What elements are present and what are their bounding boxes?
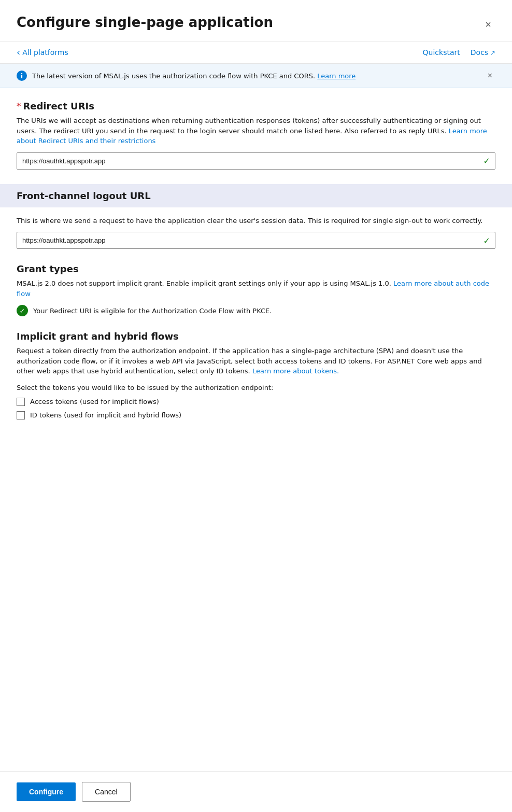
quickstart-link[interactable]: Quickstart: [423, 48, 460, 57]
front-channel-input[interactable]: [17, 232, 495, 249]
panel-header: Configure single-page application ×: [0, 0, 512, 41]
banner-content: i The latest version of MSAL.js uses the…: [17, 71, 485, 81]
panel-title: Configure single-page application: [17, 15, 273, 31]
nav-links: Quickstart Docs: [423, 48, 495, 57]
redirect-uris-section: * Redirect URIs The URIs we will accept …: [17, 101, 495, 170]
implicit-grant-desc: Request a token directly from the author…: [17, 346, 495, 376]
access-tokens-row: Access tokens (used for implicit flows): [17, 398, 495, 406]
info-banner: i The latest version of MSAL.js uses the…: [0, 64, 512, 88]
banner-text: The latest version of MSAL.js uses the a…: [32, 72, 355, 80]
front-channel-title: Front-channel logout URL: [17, 190, 151, 201]
redirect-uris-title: * Redirect URIs: [17, 101, 495, 111]
pkce-status-text: Your Redirect URI is eligible for the Au…: [33, 307, 272, 315]
front-channel-desc: This is where we send a request to have …: [17, 216, 495, 226]
redirect-uris-desc: The URIs we will accept as destinations …: [17, 116, 495, 146]
redirect-uri-input-wrapper: ✓: [17, 152, 495, 170]
grant-types-title: Grant types: [17, 263, 495, 274]
main-content: * Redirect URIs The URIs we will accept …: [0, 88, 512, 771]
access-tokens-checkbox[interactable]: [17, 398, 25, 406]
configure-panel: Configure single-page application × All …: [0, 0, 512, 812]
pkce-check-icon: ✓: [17, 305, 28, 316]
nav-bar: All platforms Quickstart Docs: [0, 41, 512, 64]
banner-learn-more-link[interactable]: Learn more: [317, 72, 355, 80]
implicit-grant-section: Implicit grant and hybrid flows Request …: [17, 331, 495, 419]
redirect-uri-input[interactable]: [17, 152, 495, 170]
tokens-learn-more-link[interactable]: Learn more about tokens.: [252, 367, 339, 375]
configure-button[interactable]: Configure: [17, 782, 76, 801]
docs-link[interactable]: Docs: [471, 48, 495, 57]
front-channel-input-wrapper: ✓: [17, 232, 495, 249]
info-icon: i: [17, 71, 27, 81]
implicit-grant-title: Implicit grant and hybrid flows: [17, 331, 495, 342]
redirect-uri-check-icon: ✓: [483, 156, 490, 166]
cancel-button[interactable]: Cancel: [82, 782, 131, 802]
back-link[interactable]: All platforms: [17, 48, 68, 57]
id-tokens-label: ID tokens (used for implicit and hybrid …: [30, 411, 181, 419]
panel-footer: Configure Cancel: [0, 771, 512, 812]
pkce-status-row: ✓ Your Redirect URI is eligible for the …: [17, 305, 495, 316]
access-tokens-label: Access tokens (used for implicit flows): [30, 398, 159, 405]
banner-close-button[interactable]: ×: [485, 70, 495, 81]
grant-types-desc: MSAL.js 2.0 does not support implicit gr…: [17, 278, 495, 299]
id-tokens-row: ID tokens (used for implicit and hybrid …: [17, 411, 495, 419]
required-star: *: [17, 101, 21, 111]
front-channel-header: Front-channel logout URL: [0, 184, 512, 207]
grant-types-section: Grant types MSAL.js 2.0 does not support…: [17, 263, 495, 316]
token-select-label: Select the tokens you would like to be i…: [17, 384, 495, 391]
front-channel-content: This is where we send a request to have …: [17, 207, 495, 249]
id-tokens-checkbox[interactable]: [17, 411, 25, 419]
close-button[interactable]: ×: [481, 17, 495, 33]
front-channel-check-icon: ✓: [483, 235, 490, 245]
